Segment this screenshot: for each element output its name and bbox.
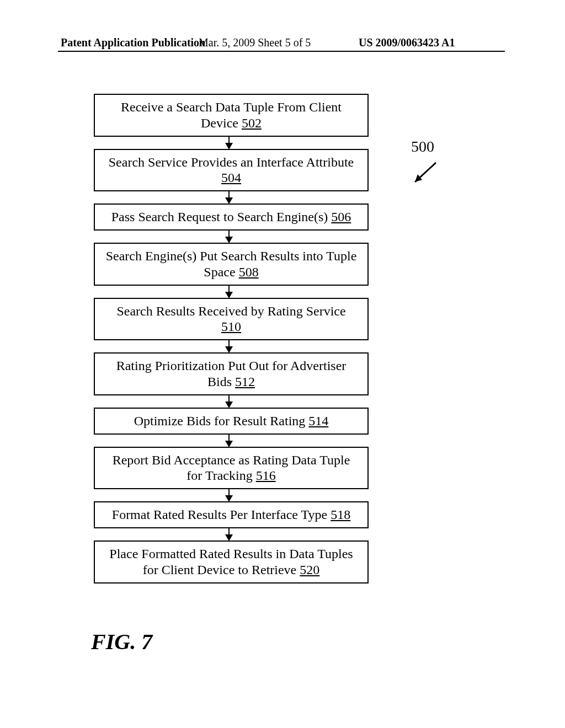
- step-ref: 510: [221, 319, 241, 334]
- flow-step-508: Search Engine(s) Put Search Results into…: [94, 243, 369, 286]
- flow-step-504: Search Service Provides an Interface Att…: [94, 149, 369, 192]
- flow-step-518: Format Rated Results Per Interface Type …: [94, 501, 369, 528]
- flow-arrow-icon: [94, 137, 364, 149]
- flow-arrow-icon: [94, 191, 364, 204]
- reference-label-500: 500: [411, 138, 434, 156]
- svg-marker-9: [225, 292, 233, 298]
- flow-step-514: Optimize Bids for Result Rating 514: [94, 408, 369, 435]
- svg-marker-7: [225, 237, 233, 243]
- header-middle: Mar. 5, 2009 Sheet 5 of 5: [199, 36, 311, 49]
- page: Patent Application Publication Mar. 5, 2…: [0, 0, 565, 728]
- flow-step-520: Place Formatted Rated Results in Data Tu…: [94, 540, 369, 584]
- flow-arrow-icon: [94, 489, 364, 501]
- svg-marker-15: [225, 441, 233, 447]
- svg-marker-11: [225, 346, 233, 353]
- flow-step-510: Search Results Received by Rating Servic…: [94, 298, 369, 341]
- flow-step-512: Rating Prioritization Put Out for Advert…: [94, 352, 369, 395]
- svg-marker-3: [225, 143, 233, 149]
- header-left: Patent Application Publication: [61, 36, 205, 49]
- flow-arrow-icon: [94, 340, 364, 352]
- flow-arrow-icon: [94, 435, 364, 447]
- svg-marker-5: [225, 197, 233, 204]
- flowchart: Receive a Search Data Tuple From ClientD…: [94, 94, 364, 584]
- flow-step-502: Receive a Search Data Tuple From ClientD…: [94, 94, 369, 137]
- step-ref: 502: [242, 116, 262, 130]
- flow-arrow-icon: [94, 528, 364, 540]
- svg-marker-19: [225, 534, 233, 541]
- flow-step-516: Report Bid Acceptance as Rating Data Tup…: [94, 447, 369, 490]
- reference-arrow-icon: [408, 160, 441, 190]
- flow-arrow-icon: [94, 231, 364, 243]
- flow-arrow-icon: [94, 395, 364, 408]
- step-ref: 512: [235, 374, 255, 389]
- step-ref: 520: [300, 563, 319, 577]
- step-ref: 508: [239, 265, 259, 279]
- figure-label: FIG. 7: [91, 629, 152, 655]
- step-ref: 516: [256, 468, 276, 483]
- step-ref: 504: [221, 170, 241, 185]
- flow-step-506: Pass Search Request to Search Engine(s) …: [94, 204, 369, 231]
- header-rule: [58, 51, 505, 52]
- header-right: US 2009/0063423 A1: [359, 36, 455, 49]
- flow-arrow-icon: [94, 286, 364, 298]
- step-ref: 506: [331, 210, 351, 224]
- svg-marker-13: [225, 402, 233, 408]
- svg-marker-17: [225, 495, 233, 502]
- step-ref: 518: [331, 507, 350, 522]
- step-ref: 514: [308, 414, 328, 428]
